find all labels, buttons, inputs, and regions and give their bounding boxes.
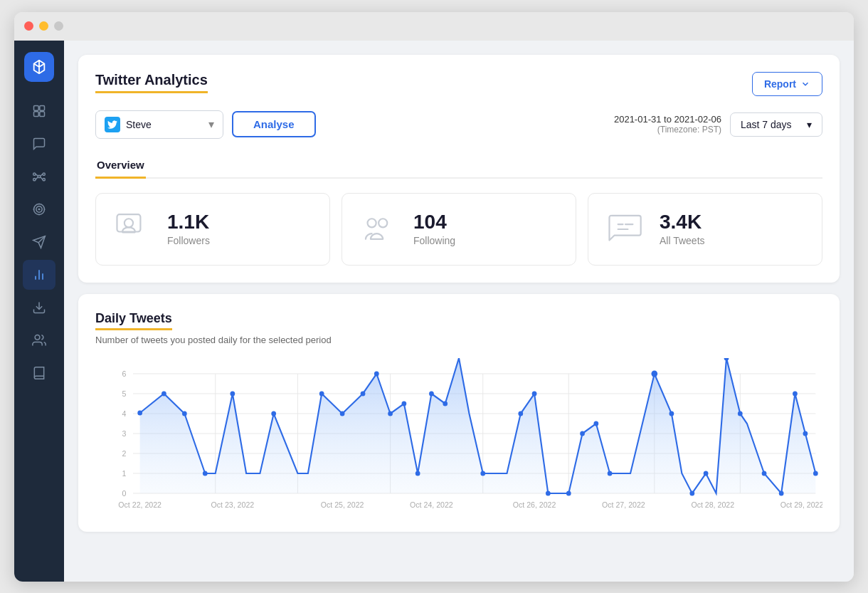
app-logo[interactable] bbox=[24, 52, 54, 82]
tweets-icon bbox=[605, 209, 645, 249]
svg-point-75 bbox=[593, 421, 598, 426]
followers-icon bbox=[113, 209, 153, 249]
svg-point-26 bbox=[125, 219, 133, 227]
svg-rect-25 bbox=[117, 214, 140, 231]
svg-point-82 bbox=[738, 411, 743, 416]
analyse-button[interactable]: Analyse bbox=[232, 111, 316, 137]
sidebar-item-dashboard[interactable] bbox=[23, 96, 55, 126]
twitter-badge-icon bbox=[105, 117, 120, 132]
svg-point-24 bbox=[35, 335, 40, 340]
stats-row: 1.1K Followers bbox=[95, 193, 822, 266]
svg-text:1: 1 bbox=[122, 468, 126, 477]
svg-line-9 bbox=[36, 174, 38, 176]
date-range: 2021-01-31 to 2021-02-06 (Timezone: PST)… bbox=[614, 112, 822, 137]
svg-text:6: 6 bbox=[122, 369, 126, 377]
svg-text:Oct 26, 2022: Oct 26, 2022 bbox=[513, 500, 556, 508]
svg-point-64 bbox=[388, 411, 393, 416]
app-body: Twitter Analytics Report bbox=[14, 41, 854, 582]
svg-point-70 bbox=[518, 411, 523, 416]
svg-point-77 bbox=[651, 370, 657, 377]
svg-point-59 bbox=[271, 411, 276, 416]
svg-point-69 bbox=[480, 471, 485, 476]
maximize-button[interactable] bbox=[54, 21, 63, 31]
account-chevron-icon: ▾ bbox=[208, 117, 214, 131]
svg-point-8 bbox=[43, 178, 45, 180]
sidebar-item-targeting[interactable] bbox=[23, 194, 55, 224]
line-chart: 0 1 2 3 4 5 6 bbox=[95, 358, 822, 515]
sidebar-item-campaigns[interactable] bbox=[23, 227, 55, 257]
sidebar-item-analytics[interactable] bbox=[23, 260, 55, 290]
period-chevron-icon: ▾ bbox=[807, 119, 812, 130]
svg-text:4: 4 bbox=[122, 409, 126, 417]
daily-tweets-card: Daily Tweets Number of tweets you posted… bbox=[78, 294, 840, 532]
svg-point-73 bbox=[566, 490, 571, 495]
chart-area: 0 1 2 3 4 5 6 bbox=[95, 358, 822, 515]
svg-text:5: 5 bbox=[122, 389, 126, 397]
svg-point-57 bbox=[203, 471, 208, 476]
svg-point-79 bbox=[689, 490, 694, 495]
followers-value: 1.1K bbox=[167, 211, 210, 233]
svg-point-6 bbox=[43, 173, 45, 175]
sidebar-item-network[interactable] bbox=[23, 162, 55, 191]
svg-point-74 bbox=[580, 431, 585, 436]
date-range-label: 2021-01-31 to 2021-02-06 bbox=[614, 114, 721, 125]
stat-following: 104 Following bbox=[342, 193, 576, 266]
chevron-down-icon bbox=[800, 79, 810, 89]
svg-text:Oct 25, 2022: Oct 25, 2022 bbox=[321, 500, 364, 508]
main-content: Twitter Analytics Report bbox=[64, 41, 854, 582]
date-text: 2021-01-31 to 2021-02-06 (Timezone: PST) bbox=[614, 114, 721, 135]
svg-point-65 bbox=[401, 401, 406, 406]
close-button[interactable] bbox=[24, 21, 33, 31]
svg-point-28 bbox=[379, 219, 387, 227]
page-title: Twitter Analytics bbox=[95, 72, 208, 93]
sidebar-item-import[interactable] bbox=[23, 293, 55, 322]
svg-text:Oct 23, 2022: Oct 23, 2022 bbox=[211, 500, 254, 508]
svg-point-85 bbox=[793, 391, 798, 396]
twitter-icon bbox=[107, 120, 117, 130]
tabs-row: Overview bbox=[95, 153, 822, 179]
tab-overview[interactable]: Overview bbox=[95, 153, 146, 179]
svg-point-83 bbox=[762, 471, 767, 476]
app-window: Twitter Analytics Report bbox=[14, 12, 854, 582]
svg-point-7 bbox=[33, 178, 36, 180]
svg-point-60 bbox=[319, 391, 324, 396]
svg-point-55 bbox=[162, 391, 166, 396]
stat-tweets: 3.4K All Tweets bbox=[588, 193, 822, 266]
svg-point-66 bbox=[416, 471, 420, 476]
sidebar-item-audience[interactable] bbox=[23, 325, 55, 355]
report-button[interactable]: Report bbox=[752, 72, 822, 96]
svg-point-80 bbox=[704, 471, 709, 476]
sidebar-item-posts[interactable] bbox=[23, 129, 55, 159]
account-selector[interactable]: Steve ▾ bbox=[95, 110, 223, 139]
svg-text:0: 0 bbox=[122, 488, 126, 497]
following-label: Following bbox=[413, 235, 455, 246]
svg-point-72 bbox=[546, 490, 551, 495]
minimize-button[interactable] bbox=[39, 21, 48, 31]
following-info: 104 Following bbox=[413, 211, 455, 247]
svg-rect-2 bbox=[34, 111, 39, 116]
svg-point-4 bbox=[38, 175, 40, 177]
titlebar bbox=[14, 12, 854, 41]
svg-text:Oct 22, 2022: Oct 22, 2022 bbox=[118, 500, 162, 508]
svg-point-84 bbox=[779, 490, 784, 495]
svg-point-78 bbox=[669, 411, 674, 416]
svg-point-15 bbox=[38, 209, 40, 210]
svg-point-61 bbox=[340, 411, 345, 416]
svg-point-71 bbox=[532, 391, 537, 396]
following-value: 104 bbox=[413, 211, 455, 233]
svg-point-56 bbox=[182, 411, 187, 416]
account-name: Steve bbox=[126, 119, 203, 130]
svg-text:Oct 28, 2022: Oct 28, 2022 bbox=[691, 500, 734, 508]
svg-point-58 bbox=[230, 391, 235, 396]
svg-line-10 bbox=[41, 174, 43, 176]
tweets-value: 3.4K bbox=[660, 211, 705, 233]
svg-point-87 bbox=[813, 471, 818, 476]
svg-rect-1 bbox=[40, 105, 45, 110]
period-selector[interactable]: Last 7 days ▾ bbox=[730, 112, 822, 137]
chart-title: Daily Tweets bbox=[95, 311, 172, 330]
sidebar-item-library[interactable] bbox=[23, 358, 55, 388]
svg-point-5 bbox=[33, 173, 36, 175]
svg-point-62 bbox=[361, 391, 366, 396]
svg-line-12 bbox=[41, 177, 43, 179]
svg-text:3: 3 bbox=[122, 429, 126, 437]
